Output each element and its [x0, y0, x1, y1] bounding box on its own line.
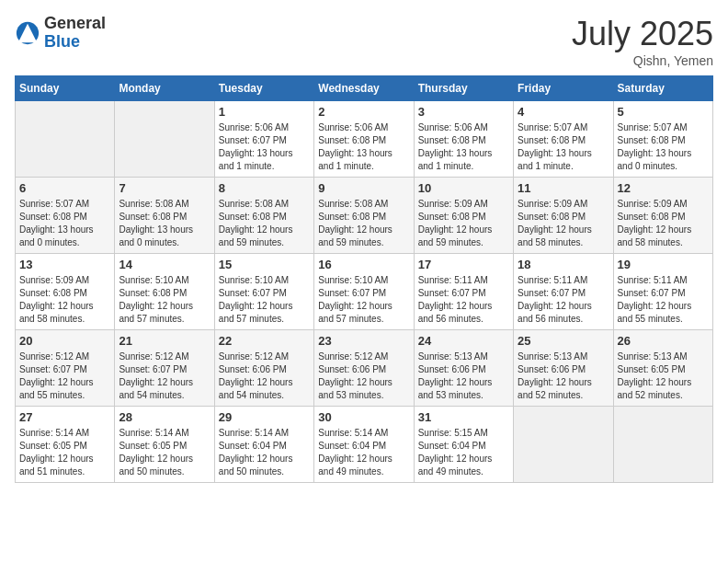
cell-info: Sunrise: 5:09 AMSunset: 6:08 PMDaylight:… — [618, 198, 709, 249]
calendar-week-row: 6Sunrise: 5:07 AMSunset: 6:08 PMDaylight… — [16, 178, 713, 254]
page-header: General Blue July 2025 Qishn, Yemen — [15, 15, 713, 68]
calendar-cell: 24Sunrise: 5:13 AMSunset: 6:06 PMDayligh… — [414, 330, 513, 407]
calendar-cell: 10Sunrise: 5:09 AMSunset: 6:08 PMDayligh… — [414, 178, 513, 254]
header-day: Monday — [115, 76, 214, 101]
cell-info: Sunrise: 5:08 AMSunset: 6:08 PMDaylight:… — [119, 198, 210, 249]
calendar-cell: 22Sunrise: 5:12 AMSunset: 6:06 PMDayligh… — [214, 330, 313, 407]
cell-info: Sunrise: 5:11 AMSunset: 6:07 PMDaylight:… — [518, 274, 609, 326]
cell-info: Sunrise: 5:14 AMSunset: 6:04 PMDaylight:… — [219, 427, 310, 478]
cell-info: Sunrise: 5:10 AMSunset: 6:08 PMDaylight:… — [119, 274, 210, 326]
day-number: 12 — [618, 181, 709, 195]
header-day: Saturday — [613, 76, 712, 101]
cell-info: Sunrise: 5:13 AMSunset: 6:06 PMDaylight:… — [418, 350, 509, 402]
calendar-cell — [514, 407, 613, 483]
calendar-cell: 19Sunrise: 5:11 AMSunset: 6:07 PMDayligh… — [613, 254, 712, 330]
cell-info: Sunrise: 5:14 AMSunset: 6:04 PMDaylight:… — [318, 427, 409, 478]
day-number: 18 — [518, 258, 609, 271]
calendar-week-row: 27Sunrise: 5:14 AMSunset: 6:05 PMDayligh… — [16, 407, 713, 483]
calendar-cell: 12Sunrise: 5:09 AMSunset: 6:08 PMDayligh… — [613, 178, 712, 254]
cell-info: Sunrise: 5:07 AMSunset: 6:08 PMDaylight:… — [19, 198, 110, 249]
calendar-cell: 17Sunrise: 5:11 AMSunset: 6:07 PMDayligh… — [414, 254, 513, 330]
day-number: 28 — [119, 410, 210, 424]
logo-general: General — [44, 15, 106, 33]
calendar-cell: 11Sunrise: 5:09 AMSunset: 6:08 PMDayligh… — [514, 178, 613, 254]
cell-info: Sunrise: 5:09 AMSunset: 6:08 PMDaylight:… — [518, 198, 609, 249]
cell-info: Sunrise: 5:09 AMSunset: 6:08 PMDaylight:… — [418, 198, 509, 249]
calendar-cell: 4Sunrise: 5:07 AMSunset: 6:08 PMDaylight… — [514, 101, 613, 178]
calendar-week-row: 13Sunrise: 5:09 AMSunset: 6:08 PMDayligh… — [16, 254, 713, 330]
day-number: 11 — [518, 181, 609, 195]
calendar-cell: 1Sunrise: 5:06 AMSunset: 6:07 PMDaylight… — [214, 101, 313, 178]
calendar-week-row: 20Sunrise: 5:12 AMSunset: 6:07 PMDayligh… — [16, 330, 713, 407]
day-number: 1 — [219, 105, 310, 119]
header-day: Wednesday — [314, 76, 414, 101]
day-number: 20 — [19, 334, 110, 348]
cell-info: Sunrise: 5:13 AMSunset: 6:05 PMDaylight:… — [618, 350, 709, 402]
calendar-cell — [613, 407, 712, 483]
day-number: 22 — [219, 334, 310, 348]
calendar-cell: 18Sunrise: 5:11 AMSunset: 6:07 PMDayligh… — [514, 254, 613, 330]
calendar-table: SundayMondayTuesdayWednesdayThursdayFrid… — [15, 75, 713, 483]
header-day: Sunday — [16, 76, 115, 101]
calendar-cell: 27Sunrise: 5:14 AMSunset: 6:05 PMDayligh… — [16, 407, 115, 483]
day-number: 8 — [219, 181, 310, 195]
day-number: 4 — [518, 105, 609, 119]
title-block: July 2025 Qishn, Yemen — [572, 15, 713, 68]
day-number: 5 — [618, 105, 709, 119]
header-day: Thursday — [414, 76, 513, 101]
calendar-cell: 25Sunrise: 5:13 AMSunset: 6:06 PMDayligh… — [514, 330, 613, 407]
calendar-cell: 15Sunrise: 5:10 AMSunset: 6:07 PMDayligh… — [214, 254, 313, 330]
cell-info: Sunrise: 5:09 AMSunset: 6:08 PMDaylight:… — [19, 274, 110, 326]
day-number: 15 — [219, 258, 310, 271]
day-number: 26 — [618, 334, 709, 348]
header-row: SundayMondayTuesdayWednesdayThursdayFrid… — [16, 76, 713, 101]
calendar-cell: 31Sunrise: 5:15 AMSunset: 6:04 PMDayligh… — [414, 407, 513, 483]
calendar-cell: 30Sunrise: 5:14 AMSunset: 6:04 PMDayligh… — [314, 407, 414, 483]
day-number: 27 — [19, 410, 110, 424]
day-number: 2 — [318, 105, 409, 119]
calendar-cell: 3Sunrise: 5:06 AMSunset: 6:08 PMDaylight… — [414, 101, 513, 178]
day-number: 10 — [418, 181, 509, 195]
day-number: 9 — [318, 181, 409, 195]
calendar-cell: 16Sunrise: 5:10 AMSunset: 6:07 PMDayligh… — [314, 254, 414, 330]
calendar-cell: 6Sunrise: 5:07 AMSunset: 6:08 PMDaylight… — [16, 178, 115, 254]
calendar-cell: 8Sunrise: 5:08 AMSunset: 6:08 PMDaylight… — [214, 178, 313, 254]
day-number: 29 — [219, 410, 310, 424]
day-number: 3 — [418, 105, 509, 119]
calendar-cell: 2Sunrise: 5:06 AMSunset: 6:08 PMDaylight… — [314, 101, 414, 178]
day-number: 16 — [318, 258, 409, 271]
day-number: 25 — [518, 334, 609, 348]
calendar-cell: 28Sunrise: 5:14 AMSunset: 6:05 PMDayligh… — [115, 407, 214, 483]
calendar-cell: 5Sunrise: 5:07 AMSunset: 6:08 PMDaylight… — [613, 101, 712, 178]
calendar-cell: 14Sunrise: 5:10 AMSunset: 6:08 PMDayligh… — [115, 254, 214, 330]
calendar-cell: 21Sunrise: 5:12 AMSunset: 6:07 PMDayligh… — [115, 330, 214, 407]
cell-info: Sunrise: 5:08 AMSunset: 6:08 PMDaylight:… — [318, 198, 409, 249]
logo-text: General Blue — [44, 15, 106, 52]
cell-info: Sunrise: 5:12 AMSunset: 6:06 PMDaylight:… — [318, 350, 409, 402]
cell-info: Sunrise: 5:13 AMSunset: 6:06 PMDaylight:… — [518, 350, 609, 402]
cell-info: Sunrise: 5:10 AMSunset: 6:07 PMDaylight:… — [219, 274, 310, 326]
calendar-cell: 7Sunrise: 5:08 AMSunset: 6:08 PMDaylight… — [115, 178, 214, 254]
calendar-body: 1Sunrise: 5:06 AMSunset: 6:07 PMDaylight… — [16, 101, 713, 483]
calendar-cell: 23Sunrise: 5:12 AMSunset: 6:06 PMDayligh… — [314, 330, 414, 407]
cell-info: Sunrise: 5:06 AMSunset: 6:08 PMDaylight:… — [318, 121, 409, 173]
calendar-cell: 26Sunrise: 5:13 AMSunset: 6:05 PMDayligh… — [613, 330, 712, 407]
day-number: 30 — [318, 410, 409, 424]
calendar-cell: 29Sunrise: 5:14 AMSunset: 6:04 PMDayligh… — [214, 407, 313, 483]
calendar-cell — [16, 101, 115, 178]
cell-info: Sunrise: 5:10 AMSunset: 6:07 PMDaylight:… — [318, 274, 409, 326]
calendar-header: SundayMondayTuesdayWednesdayThursdayFrid… — [16, 76, 713, 101]
calendar-cell: 13Sunrise: 5:09 AMSunset: 6:08 PMDayligh… — [16, 254, 115, 330]
cell-info: Sunrise: 5:06 AMSunset: 6:07 PMDaylight:… — [219, 121, 310, 173]
logo-blue: Blue — [44, 33, 106, 52]
header-day: Friday — [514, 76, 613, 101]
cell-info: Sunrise: 5:07 AMSunset: 6:08 PMDaylight:… — [618, 121, 709, 173]
cell-info: Sunrise: 5:08 AMSunset: 6:08 PMDaylight:… — [219, 198, 310, 249]
day-number: 14 — [119, 258, 210, 271]
day-number: 23 — [318, 334, 409, 348]
header-day: Tuesday — [214, 76, 313, 101]
location: Qishn, Yemen — [572, 53, 713, 68]
cell-info: Sunrise: 5:07 AMSunset: 6:08 PMDaylight:… — [518, 121, 609, 173]
logo-icon — [15, 20, 40, 46]
cell-info: Sunrise: 5:12 AMSunset: 6:06 PMDaylight:… — [219, 350, 310, 402]
